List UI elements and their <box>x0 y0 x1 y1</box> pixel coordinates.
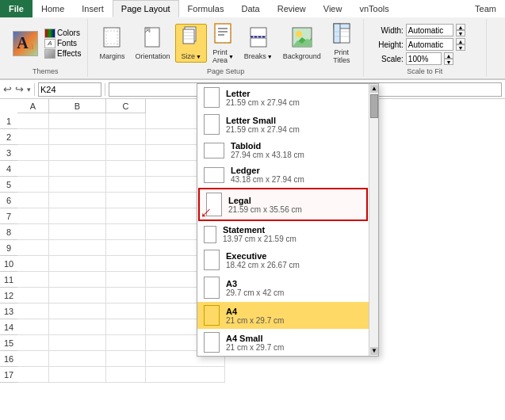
row-header-2[interactable]: 2 <box>0 129 17 145</box>
height-spin-up[interactable]: ▲ <box>456 38 465 44</box>
cell[interactable] <box>106 193 146 208</box>
orientation-button[interactable]: Orientation <box>130 25 174 62</box>
cell[interactable] <box>17 288 49 304</box>
cell[interactable] <box>17 272 49 288</box>
cell[interactable] <box>106 240 146 256</box>
row-header-17[interactable]: 17 <box>0 367 17 383</box>
cell[interactable] <box>49 319 106 335</box>
cell[interactable] <box>106 304 146 319</box>
col-header-a[interactable]: A <box>17 99 49 113</box>
cell[interactable] <box>49 240 106 256</box>
row-header-7[interactable]: 7 <box>0 208 17 224</box>
size-item-tabloid[interactable]: Tabloid 27.94 cm x 43.18 cm <box>197 138 369 162</box>
scale-spin-down[interactable]: ▼ <box>444 59 453 65</box>
cell[interactable] <box>106 224 146 240</box>
height-spin-down[interactable]: ▼ <box>456 44 465 51</box>
cell[interactable] <box>49 193 106 208</box>
cell[interactable] <box>17 177 49 193</box>
row-header-5[interactable]: 5 <box>0 177 17 193</box>
cell[interactable] <box>17 319 49 335</box>
size-item-a4[interactable]: A4 21 cm x 29.7 cm <box>197 302 369 329</box>
size-item-statement[interactable]: Statement 13.97 cm x 21.59 cm <box>197 222 369 246</box>
width-spin-up[interactable]: ▲ <box>456 24 465 30</box>
tab-page-layout[interactable]: Page Layout <box>113 0 179 17</box>
size-item-legal[interactable]: Legal 21.59 cm x 35.56 cm <box>198 188 368 221</box>
background-button[interactable]: Background <box>278 25 326 62</box>
cell[interactable] <box>106 367 146 383</box>
cell[interactable] <box>106 161 146 177</box>
row-header-11[interactable]: 11 <box>0 272 17 288</box>
scale-spin-up[interactable]: ▲ <box>444 52 453 59</box>
cell[interactable] <box>17 335 49 351</box>
breaks-button[interactable]: Breaks ▼ <box>239 25 277 62</box>
cell[interactable] <box>49 288 106 304</box>
cell[interactable] <box>17 208 49 224</box>
print-titles-button[interactable]: Print Titles <box>327 21 357 66</box>
row-header-14[interactable]: 14 <box>0 319 17 335</box>
row-header-6[interactable]: 6 <box>0 193 17 208</box>
cell[interactable] <box>106 319 146 335</box>
cell[interactable] <box>17 224 49 240</box>
row-header-4[interactable]: 4 <box>0 161 17 177</box>
themes-button[interactable]: A a <box>10 29 41 58</box>
size-item-letter-small[interactable]: Letter Small 21.59 cm x 27.94 cm <box>197 111 369 138</box>
cell[interactable] <box>17 304 49 319</box>
cell[interactable] <box>106 288 146 304</box>
row-header-10[interactable]: 10 <box>0 256 17 272</box>
fonts-button[interactable]: A Fonts <box>44 39 81 48</box>
row-header-16[interactable]: 16 <box>0 351 17 367</box>
size-item-a3[interactable]: A3 29.7 cm x 42 cm <box>197 273 369 302</box>
tab-insert[interactable]: Insert <box>73 0 113 17</box>
height-input[interactable] <box>406 38 453 51</box>
scroll-thumb[interactable] <box>370 94 378 118</box>
cell[interactable] <box>49 145 106 161</box>
effects-button[interactable]: Effects <box>44 49 81 59</box>
row-header-3[interactable]: 3 <box>0 145 17 161</box>
row-header-1[interactable]: 1 <box>0 113 17 129</box>
row-header-12[interactable]: 12 <box>0 288 17 304</box>
cell[interactable] <box>17 145 49 161</box>
cell[interactable] <box>106 208 146 224</box>
size-button[interactable]: Size ▼ <box>175 24 206 63</box>
cell[interactable] <box>17 256 49 272</box>
cell[interactable] <box>106 272 146 288</box>
width-spin-down[interactable]: ▼ <box>456 30 465 36</box>
tab-formulas[interactable]: Formulas <box>179 0 233 17</box>
cell[interactable] <box>17 367 49 383</box>
print-area-button[interactable]: Print Area ▼ <box>208 21 239 66</box>
cell[interactable] <box>49 177 106 193</box>
tab-file[interactable]: File <box>0 0 33 17</box>
cell[interactable] <box>49 224 106 240</box>
size-item-executive[interactable]: Executive 18.42 cm x 26.67 cm <box>197 246 369 273</box>
cell[interactable] <box>49 304 106 319</box>
col-header-b[interactable]: B <box>49 99 106 113</box>
tab-home[interactable]: Home <box>33 0 73 17</box>
col-header-c[interactable]: C <box>106 99 146 113</box>
colors-button[interactable]: Colors <box>44 29 81 38</box>
cell[interactable] <box>49 161 106 177</box>
size-item-letter[interactable]: Letter 21.59 cm x 27.94 cm <box>197 84 369 111</box>
tab-view[interactable]: View <box>315 0 351 17</box>
undo-button[interactable]: ↩ <box>3 83 12 95</box>
scale-input[interactable] <box>406 52 442 65</box>
row-header-13[interactable]: 13 <box>0 304 17 319</box>
cell[interactable] <box>106 177 146 193</box>
cell[interactable] <box>17 161 49 177</box>
cell[interactable] <box>49 351 106 367</box>
margins-button[interactable]: Margins <box>94 25 129 62</box>
cell[interactable] <box>106 256 146 272</box>
tab-review[interactable]: Review <box>269 0 315 17</box>
cell[interactable] <box>146 367 225 383</box>
size-item-ledger[interactable]: Ledger 43.18 cm x 27.94 cm <box>197 162 369 187</box>
dropdown-scrollbar[interactable]: ▲ ▼ <box>369 84 378 356</box>
tab-data[interactable]: Data <box>232 0 268 17</box>
cell[interactable] <box>49 367 106 383</box>
tab-vntools[interactable]: vnTools <box>350 0 397 17</box>
width-input[interactable] <box>406 24 453 36</box>
cell[interactable] <box>49 113 106 129</box>
cell[interactable] <box>49 272 106 288</box>
row-header-8[interactable]: 8 <box>0 224 17 240</box>
cell[interactable] <box>49 335 106 351</box>
cell[interactable] <box>17 193 49 208</box>
tab-team[interactable]: Team <box>466 0 505 17</box>
